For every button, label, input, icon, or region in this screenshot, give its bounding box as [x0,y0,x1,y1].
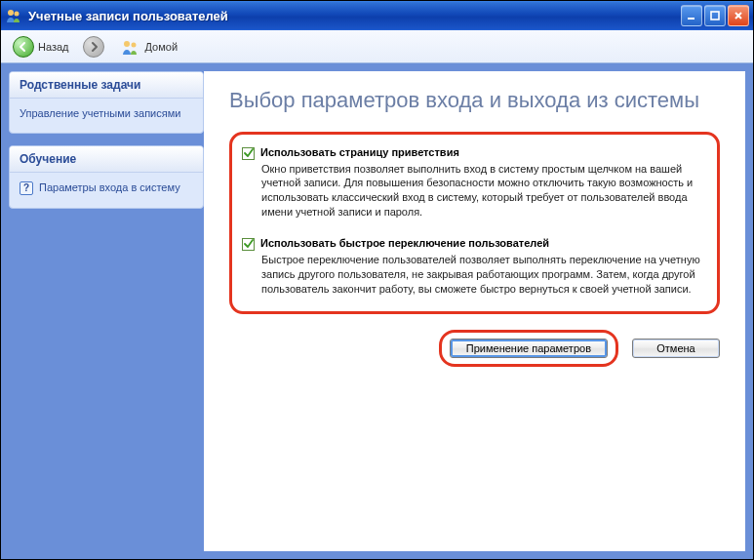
toolbar: Назад Домой [1,30,753,63]
svg-point-5 [131,42,136,47]
help-icon: ? [20,181,33,195]
back-arrow-icon [13,36,34,58]
page-title: Выбор параметров входа и выхода из систе… [229,87,720,114]
logon-params-help-link[interactable]: ? Параметры входа в систему [20,180,193,195]
cancel-button[interactable]: Отмена [632,339,720,358]
close-button[interactable] [728,5,749,26]
manage-accounts-link[interactable]: Управление учетными записями [20,106,193,121]
home-button[interactable]: Домой [114,35,182,59]
options-highlight: Использовать страницу приветствия Окно п… [229,132,720,315]
button-row: Применение параметров Отмена [229,330,720,367]
minimize-button[interactable] [681,5,702,26]
fast-switching-checkbox[interactable] [242,238,255,251]
window-title: Учетные записи пользователей [28,9,681,23]
panel-header: Обучение [10,146,203,173]
content-area: Выбор параметров входа и выхода из систе… [204,71,745,551]
link-label: Управление учетными записями [20,106,180,121]
panel-header: Родственные задачи [10,72,203,99]
fast-user-switching-option: Использовать быстрое переключение пользо… [242,237,701,297]
related-tasks-panel: Родственные задачи Управление учетными з… [9,71,204,134]
forward-button[interactable] [79,34,108,60]
svg-rect-2 [688,18,694,20]
apply-button[interactable]: Применение параметров [450,339,608,358]
option-title: Использовать быстрое переключение пользо… [260,237,549,249]
welcome-screen-checkbox[interactable] [242,147,255,160]
forward-arrow-icon [83,36,104,58]
svg-point-1 [15,12,20,17]
welcome-screen-option: Использовать страницу приветствия Окно п… [242,146,701,220]
option-title: Использовать страницу приветствия [260,146,459,158]
users-app-icon [5,7,22,24]
svg-point-0 [8,10,14,16]
back-button[interactable]: Назад [9,34,73,60]
sidebar: Родственные задачи Управление учетными з… [9,71,204,551]
svg-rect-3 [711,12,719,20]
titlebar: Учетные записи пользователей [1,1,753,30]
learn-panel: Обучение ? Параметры входа в систему [9,145,204,208]
users-home-icon [118,37,141,57]
link-label: Параметры входа в систему [39,180,180,195]
option-description: Окно приветствия позволяет выполнить вхо… [261,162,701,220]
maximize-button[interactable] [704,5,726,26]
svg-point-4 [124,41,130,47]
home-label: Домой [145,41,179,53]
option-description: Быстрое переключение пользователей позво… [261,253,701,297]
apply-button-highlight: Применение параметров [439,330,618,367]
back-label: Назад [38,41,69,53]
